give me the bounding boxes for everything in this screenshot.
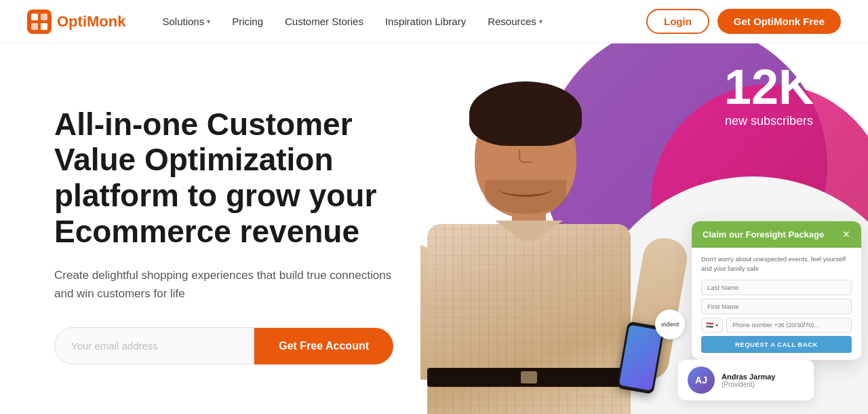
logo-text: OptiMonk: [57, 13, 125, 31]
login-button[interactable]: Login: [646, 9, 709, 34]
promo-submit-button[interactable]: REQUEST A CALL BACK: [701, 336, 852, 353]
hero-left: All-in-one Customer Value Optimization p…: [0, 43, 420, 414]
person-nose: [519, 149, 532, 163]
get-optimonk-free-button[interactable]: Get OptiMonk Free: [717, 9, 841, 34]
promo-firstname-input[interactable]: [701, 299, 852, 314]
person-hair: [469, 81, 582, 146]
promo-card: Claim our Foresight Package ✕ Don't worr…: [692, 221, 861, 360]
svg-rect-3: [31, 23, 38, 30]
nav-resources[interactable]: Resources ▾: [478, 10, 552, 33]
email-input[interactable]: [54, 327, 254, 364]
hero-title: All-in-one Customer Value Optimization p…: [54, 107, 393, 250]
promo-card-close-button[interactable]: ✕: [842, 229, 850, 239]
nav-links: Solutions ▾ Pricing Customer Stories Ins…: [153, 10, 646, 33]
promo-card-body: Don't worry about unexpected events, fee…: [692, 248, 861, 360]
phone-screen: [619, 325, 663, 391]
stats-card: 12K new subscribers: [724, 62, 814, 128]
testimonial-info: Andras Jarmay (Provident): [722, 373, 776, 388]
svg-rect-2: [41, 14, 47, 20]
belt-buckle: [521, 371, 537, 383]
stats-label: new subscribers: [724, 114, 814, 128]
testimonial-company: (Provident): [722, 381, 776, 388]
promo-card-subtitle: Don't worry about unexpected events, fee…: [701, 255, 852, 273]
nav-actions: Login Get OptiMonk Free: [646, 9, 841, 34]
person-head: [475, 95, 576, 217]
promo-card-title: Claim our Foresight Package: [703, 229, 824, 240]
testimonial-card: AJ Andras Jarmay (Provident): [678, 360, 814, 400]
navbar: OptiMonk Solutions ▾ Pricing Customer St…: [0, 0, 868, 43]
testimonial-name: Andras Jarmay: [722, 373, 776, 381]
person-eye-left: [495, 136, 509, 144]
person-smile: [498, 180, 553, 197]
person-belt: [427, 368, 631, 387]
stats-number: 12K: [724, 62, 814, 111]
hero-cta-area: Get Free Account: [54, 327, 393, 364]
person-shirt: [427, 224, 631, 414]
chevron-down-icon: ▾: [207, 18, 210, 25]
hero-subtitle: Create delightful shopping experiences t…: [54, 266, 393, 303]
hero-section: All-in-one Customer Value Optimization p…: [0, 43, 868, 414]
promo-card-header: Claim our Foresight Package ✕: [692, 221, 861, 248]
promo-flag-selector[interactable]: 🇭🇺 ▾: [701, 318, 723, 333]
nav-pricing[interactable]: Pricing: [222, 10, 273, 33]
nav-inspiration-library[interactable]: Inspiration Library: [376, 10, 475, 33]
promo-phone-input[interactable]: [726, 318, 852, 333]
get-free-account-button[interactable]: Get Free Account: [254, 328, 393, 364]
company-logo-badge: vident: [655, 309, 685, 339]
testimonial-avatar: AJ: [688, 366, 715, 394]
svg-rect-4: [41, 23, 47, 30]
logo[interactable]: OptiMonk: [27, 10, 125, 34]
promo-lastname-input[interactable]: [701, 280, 852, 295]
chevron-down-icon: ▾: [539, 18, 542, 25]
hero-right: 12K new subscribers: [420, 43, 868, 414]
svg-rect-1: [31, 14, 38, 20]
nav-customer-stories[interactable]: Customer Stories: [275, 10, 373, 33]
person-eye-right: [542, 136, 556, 144]
person-figure: [420, 75, 692, 414]
logo-icon: [27, 10, 52, 34]
nav-solutions[interactable]: Solutions ▾: [153, 10, 220, 33]
promo-phone-row: 🇭🇺 ▾: [701, 318, 852, 333]
svg-rect-0: [27, 10, 52, 34]
